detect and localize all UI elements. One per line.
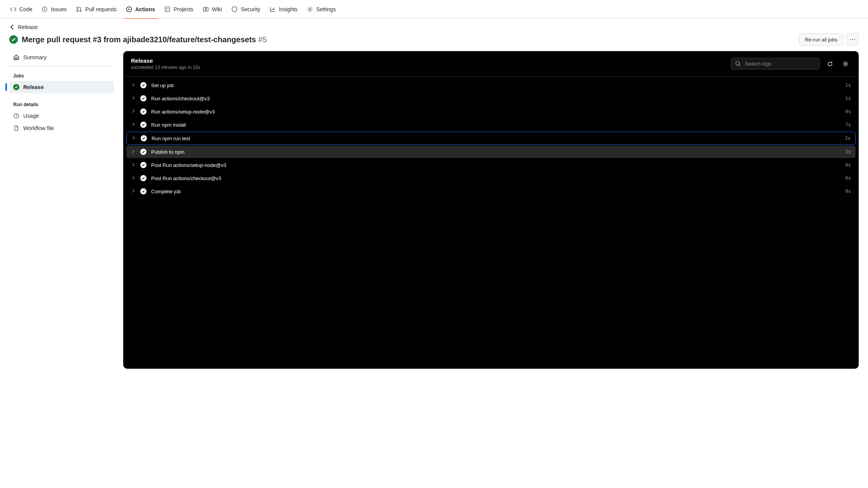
search-logs-input[interactable] [744,60,816,67]
graph-icon [270,6,276,12]
sidebar-summary-label: Summary [23,54,46,60]
check-icon [141,135,147,141]
sidebar-workflow-label: Workflow file [23,125,54,131]
step-duration: 3s [846,149,851,155]
check-icon [140,149,146,155]
breadcrumb-back[interactable]: Release [9,24,859,30]
sidebar: Summary Jobs Release Run details Usage W… [9,51,114,134]
arrow-left-icon [9,24,16,30]
step-duration: 0s [846,175,851,181]
check-icon [140,162,146,168]
step-row[interactable]: Run actions/setup-node@v30s [126,105,856,118]
tab-label: Settings [316,6,336,12]
sidebar-usage-label: Usage [23,113,39,119]
step-duration: 1s [846,96,851,101]
step-duration: 2s [845,136,851,141]
check-icon [140,95,146,101]
refresh-button[interactable] [825,58,835,69]
run-number: #5 [258,35,267,44]
file-icon [13,125,19,131]
step-duration: 0s [846,189,851,194]
tab-label: Issues [51,6,66,12]
chevron-right-icon [131,122,136,128]
step-duration: 1s [846,82,851,88]
step-name: Post Run actions/checkout@v3 [151,175,841,181]
step-name: Complete job [151,189,841,194]
check-icon [140,175,146,181]
refresh-icon [827,61,833,67]
step-row[interactable]: Run npm run test2s [126,132,856,145]
tab-label: Projects [174,6,193,12]
tab-projects[interactable]: Projects [160,0,197,19]
tab-issues[interactable]: Issues [38,0,70,19]
search-logs-box[interactable] [731,58,820,70]
usage-icon [13,113,19,119]
tab-insights[interactable]: Insights [266,0,301,19]
issue-icon [41,6,48,12]
step-row[interactable]: Complete job0s [126,185,856,198]
check-icon [140,122,146,128]
project-icon [164,6,170,12]
step-name: Post Run actions/setup-node@v3 [151,162,841,168]
step-row[interactable]: Set up job1s [126,79,856,91]
home-icon [13,54,19,60]
step-name: Run actions/setup-node@v3 [151,109,841,115]
tab-actions[interactable]: Actions [122,0,159,19]
chevron-right-icon [131,82,136,88]
tab-label: Wiki [212,6,222,12]
sidebar-usage[interactable]: Usage [9,110,114,122]
status-check-icon [9,35,18,44]
sidebar-workflow-file[interactable]: Workflow file [9,122,114,134]
sidebar-jobs-header: Jobs [9,70,114,81]
play-icon [126,6,132,12]
tab-label: Code [19,6,32,12]
repo-tabs: CodeIssuesPull requestsActionsProjectsWi… [0,0,868,19]
more-actions-button[interactable] [846,33,859,46]
step-row[interactable]: Post Run actions/checkout@v30s [126,172,856,184]
sidebar-job-label: Release [23,84,44,90]
step-duration: 0s [846,162,851,168]
panel-title: Release [131,57,200,64]
settings-button[interactable] [840,58,851,69]
tab-pull-requests[interactable]: Pull requests [72,0,121,19]
tab-label: Pull requests [85,6,117,12]
step-name: Publish to npm [151,149,841,155]
tab-label: Actions [135,6,155,12]
step-row[interactable]: Publish to npm3s [126,146,856,158]
chevron-right-icon [131,189,136,194]
tab-security[interactable]: Security [227,0,264,19]
chevron-right-icon [131,96,136,101]
tab-code[interactable]: Code [6,0,36,19]
run-title: Merge pull request #3 from ajibade3210/f… [22,35,267,44]
sidebar-summary[interactable]: Summary [9,51,114,66]
pr-icon [76,6,82,12]
sidebar-job-release[interactable]: Release [9,81,114,93]
step-name: Run npm run test [152,136,840,141]
chevron-right-icon [131,149,136,155]
tab-label: Insights [279,6,298,12]
step-row[interactable]: Run npm install7s [126,119,856,131]
shield-icon [231,6,238,12]
step-row[interactable]: Post Run actions/setup-node@v30s [126,159,856,171]
chevron-right-icon [131,175,136,181]
tab-settings[interactable]: Settings [303,0,340,19]
check-icon [140,188,146,194]
breadcrumb-label: Release [18,24,38,30]
step-duration: 7s [846,122,851,127]
check-icon [140,108,146,115]
chevron-right-icon [131,109,136,115]
kebab-icon [849,36,856,43]
rerun-all-button[interactable]: Re-run all jobs [799,33,843,46]
step-row[interactable]: Run actions/checkout@v31s [126,92,856,105]
check-icon [13,84,19,90]
step-name: Set up job [151,82,841,88]
page-head: Release Merge pull request #3 from ajiba… [0,19,868,46]
chevron-right-icon [131,162,136,168]
log-panel: Release succeeded 13 minutes ago in 15s … [123,51,859,369]
chevron-right-icon [131,136,136,141]
sidebar-rundetails-header: Run details [9,99,114,110]
check-icon [140,82,146,88]
tab-wiki[interactable]: Wiki [199,0,226,19]
tab-label: Security [241,6,260,12]
code-icon [10,6,16,12]
